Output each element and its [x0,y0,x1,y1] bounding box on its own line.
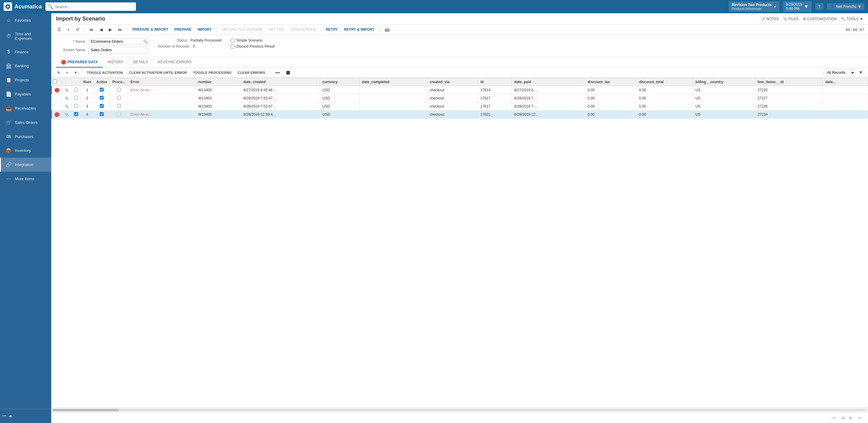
pagination-prev-button[interactable]: ◀ [839,414,846,421]
add-record-button[interactable]: + [65,26,72,33]
scroll-thumb[interactable] [53,409,119,411]
help-button[interactable]: ? [815,3,824,10]
col-header-active[interactable]: Active [94,78,110,86]
tab-history[interactable]: HISTORY [103,57,128,67]
sidebar-item-receivables[interactable]: 📥 Receivables [0,101,51,116]
col-header-discount-total[interactable]: discount_total [637,78,693,86]
table-row[interactable]: 🔴 📎 4 Error: An er... W13406 8/28/2019 1… [52,110,868,119]
select-all-checkbox[interactable] [53,79,57,84]
row-process-checkbox[interactable] [117,112,121,116]
sidebar-item-payables[interactable]: 📄 Payables [0,87,51,101]
row-process-checkbox[interactable] [117,88,121,92]
tools-button[interactable]: 🔧 TOOLS ▼ [841,17,863,21]
app-logo[interactable]: Acumatica [4,2,42,11]
search-input[interactable] [55,4,133,9]
sidebar-item-finance[interactable]: $ Finance [0,45,51,59]
table-row[interactable]: 📎 3 W13403 8/28/2019 7:53:47 ... USD che… [52,102,868,110]
pagination-next-button[interactable]: ▶ [847,414,855,421]
row-process-cell[interactable] [110,110,128,119]
get-file-button[interactable]: GET FILE [266,26,287,33]
first-record-button[interactable]: ⏮ [87,26,96,33]
row-select-cell[interactable] [72,102,81,110]
row-select-checkbox[interactable] [74,104,78,108]
col-header-process[interactable]: Proce... [110,78,128,86]
row-active-checkbox[interactable] [100,104,104,108]
prepare-import-button[interactable]: PREPARE & IMPORT [130,26,170,33]
filter-icon[interactable]: ▼ [857,69,864,76]
row-active-cell[interactable] [94,86,110,94]
sidebar-collapse-button[interactable]: ••• ◀ [2,412,49,420]
sidebar-item-favorites[interactable]: ☆ Favorites [0,13,51,27]
col-header-num[interactable]: Num [81,78,94,86]
table-row[interactable]: 📎 2 W13403 8/28/2019 7:53:47 ... USD che… [52,94,868,102]
row-select-checkbox[interactable] [74,96,78,100]
grid-delete-button[interactable]: ✕ [72,70,79,76]
grid-refresh-button[interactable]: ↻ [55,70,62,76]
upload-file-version-button[interactable]: UPLOAD FILE VERSION [219,26,265,33]
col-header-date-completed[interactable]: date_completed [359,78,427,86]
tab-acusync-errors[interactable]: ACUSYNC ERRORS [153,57,196,67]
grid-add-button[interactable]: + [64,70,70,76]
export-button[interactable]: ⬛ [284,70,293,76]
row-active-cell[interactable] [94,94,110,102]
col-header-number[interactable]: number [195,78,241,86]
simple-scenario-checkbox[interactable] [230,39,235,42]
retry-import-button[interactable]: RETRY & IMPORT [341,26,377,33]
discard-previous-label[interactable]: Discard Previous Result [230,44,275,48]
col-header-row-select[interactable] [52,78,62,86]
row-process-checkbox[interactable] [117,104,121,108]
col-header-billing-country[interactable]: billing__country [693,78,755,86]
col-header-error[interactable]: Error [128,78,196,86]
view-screen-button[interactable]: VIEW SCREEN [288,26,318,33]
row-select-checkbox[interactable] [74,112,78,116]
row-select-checkbox[interactable] [74,88,78,92]
discard-previous-checkbox[interactable] [230,44,235,48]
sidebar-item-inventory[interactable]: 📦 Inventory [0,143,51,158]
retry-button[interactable]: RETRY [323,26,340,33]
col-header-date-paid[interactable]: date_paid [512,78,585,86]
horizontal-scrollbar[interactable] [51,407,868,412]
col-header-date[interactable]: date... [823,78,868,86]
pagination-last-button[interactable]: ⏭ [856,415,864,421]
favorite-star-icon[interactable]: ☆ [107,16,112,22]
row-active-cell[interactable] [94,102,110,110]
col-header-currency[interactable]: currency [320,78,359,86]
pagination-first-button[interactable]: ⏮ [830,415,838,421]
toggle-processing-button[interactable]: TOGGLE PROCESSING [191,70,234,76]
files-button[interactable]: 📎 FILES [783,17,799,21]
col-header-created-via[interactable]: created_via [427,78,478,86]
sidebar-item-purchases[interactable]: 🛍 Purchases [0,130,51,143]
scroll-track[interactable] [53,409,867,411]
toggle-activation-button[interactable]: TOGGLE ACTIVATION [84,70,125,76]
name-search-icon[interactable]: 🔍 [143,39,148,44]
table-row[interactable]: 🔴 📎 1 Error: An er... W13400 8/27/2019 6… [52,86,868,94]
row-process-cell[interactable] [110,86,128,94]
row-select-cell[interactable] [72,94,81,102]
reset-button[interactable]: ↺ [73,26,82,33]
prepare-button[interactable]: PREPARE [172,26,194,33]
col-header-discount-tax[interactable]: discount_tax [585,78,636,86]
simple-scenario-label[interactable]: Simple Scenario [230,38,262,42]
row-select-cell[interactable] [72,110,81,119]
row-process-cell[interactable] [110,102,128,110]
last-record-button[interactable]: ⏭ [116,26,125,33]
fit-columns-button[interactable]: ⟺ [273,70,282,76]
user-menu[interactable]: 👤 Neil Frenchs ▼ [827,3,864,10]
col-header-line-items-id[interactable]: line_items-__id [755,78,823,86]
list-view-button[interactable]: ☰ [55,26,64,33]
row-active-checkbox[interactable] [100,88,104,92]
sidebar-item-integration[interactable]: 🔗 Integration [0,158,51,172]
tab-prepared-data[interactable]: 🔴 PREPARED DATA [56,57,103,67]
tab-details[interactable]: DETAILS [128,57,153,67]
records-dropdown[interactable]: All Records With Errors Processed Unproc… [824,69,855,76]
row-process-checkbox[interactable] [117,96,121,100]
search-bar[interactable]: 🔍 [45,2,136,11]
tenant-selector[interactable]: Revision Two Products Products Wholesale… [729,1,779,12]
sidebar-item-banking[interactable]: 🏦 Banking [0,59,51,73]
sidebar-item-more-items[interactable]: ⋯ More Items [0,172,51,186]
row-process-cell[interactable] [110,94,128,102]
row-active-checkbox[interactable] [100,96,104,100]
row-active-checkbox[interactable] [100,112,104,116]
prev-record-button[interactable]: ◀ [97,26,105,33]
robot-button[interactable]: 🤖 [382,26,392,33]
